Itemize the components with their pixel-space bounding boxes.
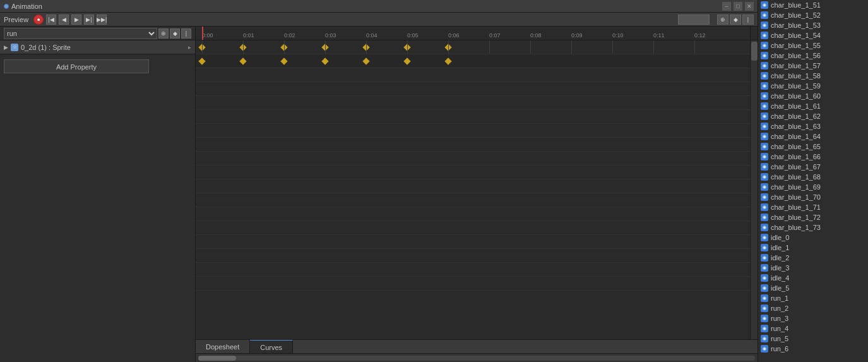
close-button[interactable]: ✕: [745, 2, 754, 11]
keyframe-2-6[interactable]: [444, 57, 451, 64]
asset-item[interactable]: ◉idle_4: [758, 273, 868, 283]
add-property-button[interactable]: Add Property: [4, 59, 149, 73]
maximize-button[interactable]: □: [734, 2, 742, 11]
record-button[interactable]: ●: [33, 15, 44, 25]
track-row-6: [196, 110, 750, 124]
asset-item[interactable]: ◉idle_5: [758, 283, 868, 293]
asset-item[interactable]: ◉char_blue_1_64: [758, 131, 868, 142]
snap-button[interactable]: ⊕: [717, 15, 728, 25]
asset-item[interactable]: ◉run_2: [758, 303, 868, 313]
asset-icon: ◉: [761, 244, 768, 251]
track-row-12: [196, 193, 750, 207]
settings-toggle[interactable]: |: [181, 28, 191, 39]
asset-item[interactable]: ◉char_blue_1_52: [758, 10, 868, 20]
asset-name: run_3: [771, 315, 788, 322]
time-line-6: [448, 40, 449, 54]
go-start-button[interactable]: |◀: [46, 15, 56, 25]
timeline-tracks[interactable]: [196, 40, 750, 339]
asset-item[interactable]: ◉idle_2: [758, 253, 868, 263]
keyframe-2-4[interactable]: [362, 57, 369, 64]
prev-frame-button[interactable]: ◀: [59, 15, 69, 25]
asset-icon: ◉: [761, 224, 768, 231]
tick-1: 0:01: [243, 32, 254, 39]
key-button[interactable]: ◆: [730, 15, 741, 25]
asset-name: idle_5: [771, 284, 789, 292]
asset-name: char_blue_1_57: [771, 62, 821, 69]
key-toggle[interactable]: ◆: [170, 28, 180, 39]
property-header-row[interactable]: ▶ ☆ 0_2d (1) : Sprite ▸: [0, 40, 195, 54]
asset-item[interactable]: ◉char_blue_1_72: [758, 212, 868, 222]
asset-item[interactable]: ◉char_blue_1_51: [758, 0, 868, 10]
asset-item[interactable]: ◉run_4: [758, 323, 868, 334]
asset-icon: ◉: [761, 123, 768, 130]
tick-9: 0:09: [571, 32, 583, 39]
asset-item[interactable]: ◉char_blue_1_59: [758, 81, 868, 91]
asset-item[interactable]: ◉char_blue_1_58: [758, 71, 868, 81]
asset-name: char_blue_1_52: [771, 11, 821, 19]
tab-dopesheet[interactable]: Dopesheet: [196, 340, 250, 354]
timeline-hscrollbar[interactable]: [196, 353, 758, 362]
asset-name: char_blue_1_53: [771, 21, 821, 29]
asset-panel: ◉char_blue_1_51◉char_blue_1_52◉char_blue…: [758, 0, 868, 362]
asset-item[interactable]: ◉char_blue_1_53: [758, 20, 868, 30]
asset-item[interactable]: ◉char_blue_1_55: [758, 40, 868, 51]
keyframe-2-2[interactable]: [280, 57, 287, 64]
asset-icon: ◉: [761, 345, 768, 353]
go-end-button[interactable]: ▶▶|: [97, 15, 107, 25]
asset-item[interactable]: ◉char_blue_1_63: [758, 121, 868, 131]
asset-item[interactable]: ◉run_5: [758, 334, 868, 344]
asset-item[interactable]: ◉char_blue_1_68: [758, 172, 868, 182]
asset-item[interactable]: ◉char_blue_1_57: [758, 61, 868, 71]
asset-item[interactable]: ◉char_blue_1_61: [758, 101, 868, 111]
asset-item[interactable]: ◉char_blue_1_65: [758, 142, 868, 152]
keyframe-2-1[interactable]: [239, 57, 246, 64]
hscroll-thumb[interactable]: [198, 356, 236, 361]
asset-item[interactable]: ◉char_blue_1_73: [758, 222, 868, 232]
playhead-top: [202, 27, 203, 40]
curve-button[interactable]: |: [742, 15, 754, 25]
keyframe-2-5[interactable]: [403, 57, 410, 64]
time-line-11: [653, 40, 654, 54]
asset-item[interactable]: ◉char_blue_1_66: [758, 152, 868, 162]
track-row-4: [196, 82, 750, 96]
frame-input[interactable]: 0: [678, 15, 710, 25]
vscroll-thumb[interactable]: [751, 42, 758, 61]
keyframe-2-0[interactable]: [198, 57, 205, 64]
play-button[interactable]: ▶: [71, 15, 81, 25]
asset-item[interactable]: ◉char_blue_1_60: [758, 91, 868, 101]
asset-icon: ◉: [761, 133, 768, 140]
asset-item[interactable]: ◉char_blue_1_70: [758, 192, 868, 202]
asset-item[interactable]: ◉char_blue_1_71: [758, 202, 868, 212]
asset-name: idle_0: [771, 234, 789, 241]
keyframe-2-3[interactable]: [321, 57, 328, 64]
asset-item[interactable]: ◉idle_3: [758, 263, 868, 273]
asset-list: ◉char_blue_1_51◉char_blue_1_52◉char_blue…: [758, 0, 868, 362]
asset-icon: ◉: [761, 62, 768, 69]
snap-toggle[interactable]: ⊕: [158, 28, 169, 39]
asset-icon: ◉: [761, 335, 768, 342]
asset-item[interactable]: ◉run_3: [758, 313, 868, 323]
asset-icon: ◉: [761, 173, 768, 181]
track-row-15: [196, 235, 750, 249]
asset-icon: ◉: [761, 315, 768, 322]
asset-item[interactable]: ◉idle_0: [758, 232, 868, 243]
asset-item[interactable]: ◉run_1: [758, 293, 868, 303]
minimize-button[interactable]: –: [722, 2, 731, 11]
track-row-3: [196, 68, 750, 82]
time-line-3: [325, 40, 326, 54]
tab-curves[interactable]: Curves: [250, 340, 293, 354]
asset-item[interactable]: ◉char_blue_1_54: [758, 30, 868, 40]
asset-item[interactable]: ◉char_blue_1_56: [758, 51, 868, 61]
asset-item[interactable]: ◉idle_1: [758, 243, 868, 253]
animation-clip-dropdown[interactable]: run: [4, 28, 157, 39]
timeline-corner: [750, 27, 758, 40]
asset-icon: ◉: [761, 112, 768, 120]
timeline-vscrollbar[interactable]: [750, 40, 758, 339]
asset-item[interactable]: ◉char_blue_1_67: [758, 162, 868, 172]
asset-item[interactable]: ◉char_blue_1_69: [758, 182, 868, 192]
asset-item[interactable]: ◉run_6: [758, 344, 868, 354]
asset-item[interactable]: ◉char_blue_1_62: [758, 111, 868, 121]
asset-name: char_blue_1_51: [771, 1, 821, 9]
next-frame-button[interactable]: ▶|: [84, 15, 94, 25]
tick-3: 0:03: [325, 32, 336, 39]
